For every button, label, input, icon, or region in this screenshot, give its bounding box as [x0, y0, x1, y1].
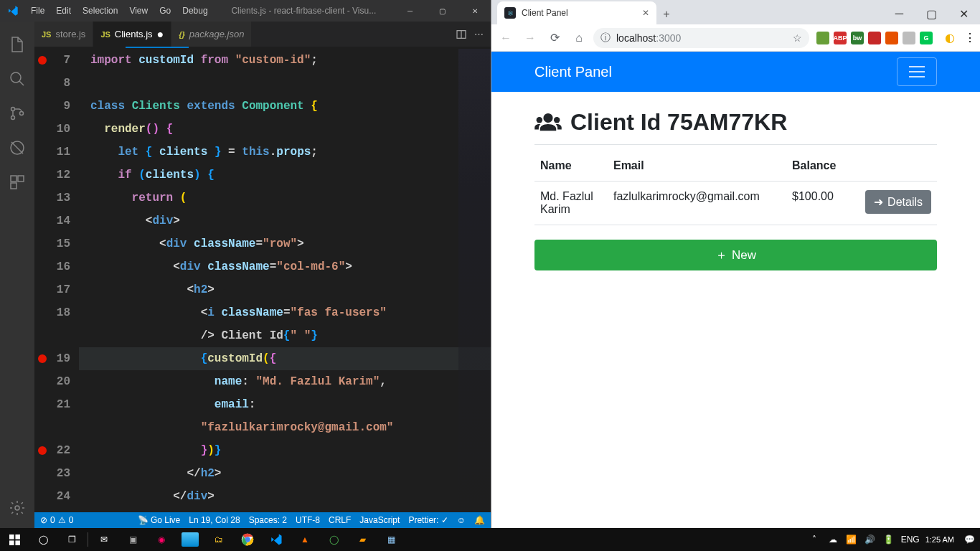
- menu-debug[interactable]: Debug: [176, 0, 213, 22]
- taskbar-clock[interactable]: 1:25 AM: [925, 535, 957, 544]
- menu-view[interactable]: View: [123, 0, 154, 22]
- editor-tab[interactable]: JSClients.js●: [93, 22, 171, 47]
- breakpoint-icon[interactable]: [38, 56, 47, 65]
- extension-icon[interactable]: [885, 32, 898, 44]
- editor-tab[interactable]: JSstore.js: [34, 22, 93, 47]
- code-line[interactable]: </div>: [79, 485, 491, 508]
- browser-maximize-button[interactable]: ▢: [915, 3, 948, 24]
- code-line[interactable]: class Clients extends Component {: [79, 95, 491, 118]
- new-client-button[interactable]: ＋ New: [534, 240, 937, 270]
- line-number[interactable]: 8: [50, 72, 70, 95]
- extension-icon[interactable]: G: [920, 32, 933, 44]
- line-number[interactable]: 21: [50, 393, 70, 416]
- back-button[interactable]: ←: [496, 28, 516, 48]
- code-line[interactable]: return (: [79, 187, 491, 209]
- encoding-status[interactable]: UTF-8: [296, 515, 320, 525]
- minimap[interactable]: [458, 49, 491, 512]
- code-editor[interactable]: 789101112131415161718192021222324 import…: [34, 49, 491, 512]
- code-line[interactable]: email:: [79, 393, 491, 416]
- line-number[interactable]: 19: [50, 347, 70, 370]
- battery-icon[interactable]: 🔋: [882, 534, 895, 545]
- sublime-icon[interactable]: ▰: [348, 528, 377, 551]
- code-line[interactable]: let { clients } = this.props;: [79, 141, 491, 164]
- line-number[interactable]: 15: [50, 232, 70, 255]
- breakpoint-icon[interactable]: [38, 354, 47, 363]
- eol-status[interactable]: CRLF: [329, 515, 351, 525]
- cursor-position[interactable]: Ln 19, Col 28: [189, 515, 240, 525]
- profile-icon[interactable]: ◐: [940, 28, 960, 48]
- extension-icon[interactable]: [816, 32, 829, 44]
- menu-go[interactable]: Go: [154, 0, 176, 22]
- extension-icon[interactable]: ABP: [834, 32, 847, 44]
- app-icon[interactable]: ◉: [147, 528, 176, 551]
- debug-icon[interactable]: [0, 131, 34, 165]
- details-button[interactable]: ➜ Details: [865, 190, 931, 214]
- problems-status[interactable]: ⊘0 ⚠0: [40, 515, 73, 525]
- language-indicator[interactable]: ENG: [901, 534, 920, 545]
- close-button[interactable]: ✕: [458, 0, 491, 22]
- action-center-icon[interactable]: 💬: [963, 534, 976, 545]
- line-number[interactable]: 18: [50, 301, 70, 324]
- maximize-button[interactable]: ▢: [426, 0, 458, 22]
- menu-edit[interactable]: Edit: [50, 0, 77, 22]
- reload-button[interactable]: ⟳: [545, 28, 565, 48]
- line-number[interactable]: [50, 324, 70, 347]
- code-line[interactable]: "fazlulkarimrocky@gmail.com": [79, 416, 491, 439]
- navbar-toggle-button[interactable]: [897, 57, 937, 86]
- line-number[interactable]: 16: [50, 255, 70, 278]
- line-number[interactable]: 10: [50, 118, 70, 141]
- bookmark-star-icon[interactable]: ☆: [793, 32, 802, 44]
- breakpoint-icon[interactable]: [38, 446, 47, 455]
- code-line[interactable]: <div className="col-md-6">: [79, 255, 491, 278]
- extension-icon[interactable]: bw: [851, 32, 864, 44]
- code-line[interactable]: <i className="fas fa-users": [79, 301, 491, 324]
- terminal-app-icon[interactable]: ▣: [118, 528, 147, 551]
- onedrive-icon[interactable]: ☁: [826, 534, 839, 545]
- indentation-status[interactable]: Spaces: 2: [249, 515, 287, 525]
- more-actions-icon[interactable]: ⋯: [474, 29, 484, 39]
- code-line[interactable]: if (clients) {: [79, 164, 491, 187]
- new-tab-button[interactable]: +: [656, 4, 677, 24]
- code-line[interactable]: render() {: [79, 118, 491, 141]
- minimize-button[interactable]: ─: [394, 0, 426, 22]
- chrome-icon[interactable]: [233, 528, 262, 551]
- mail-app-icon[interactable]: ✉: [90, 528, 118, 551]
- settings-gear-icon[interactable]: [0, 491, 34, 525]
- browser-close-button[interactable]: ✕: [948, 3, 980, 24]
- app-icon[interactable]: ◯: [319, 528, 348, 551]
- code-line[interactable]: <div>: [79, 209, 491, 232]
- navbar-brand[interactable]: Client Panel: [534, 64, 612, 80]
- line-number[interactable]: 7: [50, 49, 70, 72]
- vscode-taskbar-icon[interactable]: [262, 528, 291, 551]
- line-number[interactable]: 17: [50, 278, 70, 301]
- tab-close-icon[interactable]: ✕: [642, 8, 649, 18]
- feedback-icon[interactable]: ☺: [457, 515, 466, 525]
- code-line[interactable]: })}: [79, 439, 491, 462]
- line-number[interactable]: 23: [50, 462, 70, 485]
- cortana-button[interactable]: ◯: [29, 528, 57, 551]
- code-line[interactable]: <div className="row">: [79, 232, 491, 255]
- line-number[interactable]: 13: [50, 187, 70, 209]
- line-number[interactable]: [50, 416, 70, 439]
- home-button[interactable]: ⌂: [569, 28, 589, 48]
- line-number[interactable]: 14: [50, 209, 70, 232]
- bell-icon[interactable]: 🔔: [474, 515, 485, 525]
- line-number[interactable]: 24: [50, 485, 70, 508]
- menu-file[interactable]: File: [25, 0, 50, 22]
- volume-icon[interactable]: 🔊: [864, 534, 877, 545]
- split-editor-icon[interactable]: [456, 29, 467, 40]
- code-line[interactable]: {customId({: [79, 347, 491, 370]
- browser-tab[interactable]: ⚛ Client Panel ✕: [497, 1, 656, 24]
- forward-button[interactable]: →: [520, 28, 540, 48]
- app-icon[interactable]: ▲: [291, 528, 319, 551]
- extension-icon[interactable]: [903, 32, 915, 44]
- line-number[interactable]: 11: [50, 141, 70, 164]
- task-view-button[interactable]: ❐: [57, 528, 86, 551]
- code-line[interactable]: <h2>: [79, 278, 491, 301]
- address-bar[interactable]: ⓘ localhost:3000 ☆: [593, 28, 809, 48]
- code-line[interactable]: import customId from "custom-id";: [79, 49, 491, 72]
- browser-minimize-button[interactable]: ─: [883, 3, 915, 24]
- wifi-icon[interactable]: 📶: [845, 534, 858, 545]
- extension-icon[interactable]: [868, 32, 881, 44]
- line-number[interactable]: 20: [50, 370, 70, 393]
